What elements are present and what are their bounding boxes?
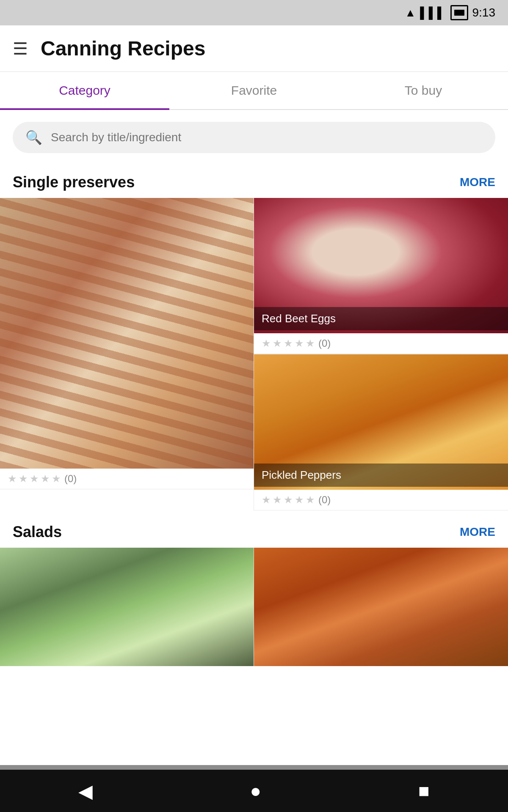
star-4: ★: [41, 473, 50, 485]
status-icons: ▲ ▌▌▌ 9:13: [405, 5, 496, 20]
back-button[interactable]: ◀: [78, 780, 93, 802]
battery-icon: [450, 5, 468, 20]
section-title-salads: Salads: [13, 523, 62, 541]
rating-count-bacon: (0): [64, 473, 77, 485]
status-time: 9:13: [472, 6, 496, 19]
recipe-rating-bacon: ★ ★ ★ ★ ★ (0): [0, 469, 254, 489]
search-icon: 🔍: [25, 129, 42, 145]
section-title-preserves: Single preserves: [13, 173, 135, 191]
status-bar: ▲ ▌▌▌ 9:13: [0, 0, 508, 25]
wifi-icon: ▲: [405, 6, 416, 19]
recipe-title-redbeet: Red Beet Eggs: [262, 312, 336, 325]
app-title: Canning Recipes: [41, 37, 205, 60]
recipe-card-bacon[interactable]: Bacon Onion Garlic Jam ★ ★ ★ ★ ★ (0): [0, 198, 254, 510]
recipe-card-pickled[interactable]: Pickled Peppers ★ ★ ★ ★ ★ (0): [254, 354, 508, 510]
more-button-preserves[interactable]: MORE: [460, 176, 495, 189]
recipe-card-salad2[interactable]: [254, 548, 508, 666]
search-container: 🔍: [0, 110, 508, 165]
preserves-right-col: Red Beet Eggs ★ ★ ★ ★ ★ (0) Pickled Pepp…: [254, 198, 508, 510]
recipe-image-salad1: [0, 548, 254, 666]
recipe-card-redbeet[interactable]: Red Beet Eggs ★ ★ ★ ★ ★ (0): [254, 198, 508, 354]
search-bar: 🔍: [13, 122, 495, 153]
search-input[interactable]: [51, 131, 483, 144]
star-1: ★: [8, 473, 17, 485]
stars-bacon: ★ ★ ★ ★ ★: [8, 473, 61, 485]
signal-icon: ▌▌▌: [420, 6, 446, 19]
tab-tobuy[interactable]: To buy: [339, 72, 508, 109]
tabs-container: Category Favorite To buy: [0, 72, 508, 110]
app-bar: ☰ Canning Recipes: [0, 25, 508, 72]
tab-category[interactable]: Category: [0, 72, 169, 109]
star-5: ★: [52, 473, 61, 485]
recipe-rating-redbeet: ★ ★ ★ ★ ★ (0): [254, 333, 508, 354]
rating-count-pickled: (0): [318, 494, 331, 506]
section-header-preserves: Single preserves MORE: [0, 165, 508, 198]
bottom-nav: ◀ ● ■: [0, 770, 508, 812]
recipe-image-bacon: [0, 198, 254, 469]
menu-icon[interactable]: ☰: [13, 39, 28, 58]
star-2: ★: [19, 473, 28, 485]
stars-pickled: ★ ★ ★ ★ ★: [262, 494, 315, 506]
preserves-grid: Bacon Onion Garlic Jam ★ ★ ★ ★ ★ (0) Red…: [0, 198, 508, 510]
stars-redbeet: ★ ★ ★ ★ ★: [262, 337, 315, 349]
recipe-rating-pickled: ★ ★ ★ ★ ★ (0): [254, 490, 508, 510]
more-button-salads[interactable]: MORE: [460, 525, 495, 539]
section-header-salads: Salads MORE: [0, 515, 508, 548]
recipe-title-pickled: Pickled Peppers: [262, 469, 341, 481]
recipe-card-salad1[interactable]: [0, 548, 254, 666]
home-button[interactable]: ●: [250, 780, 261, 801]
recipe-image-salad2: [254, 548, 508, 666]
star-3: ★: [30, 473, 39, 485]
tab-favorite[interactable]: Favorite: [169, 72, 339, 109]
salads-grid: [0, 548, 508, 666]
recent-button[interactable]: ■: [418, 780, 430, 801]
rating-count-redbeet: (0): [318, 337, 331, 349]
